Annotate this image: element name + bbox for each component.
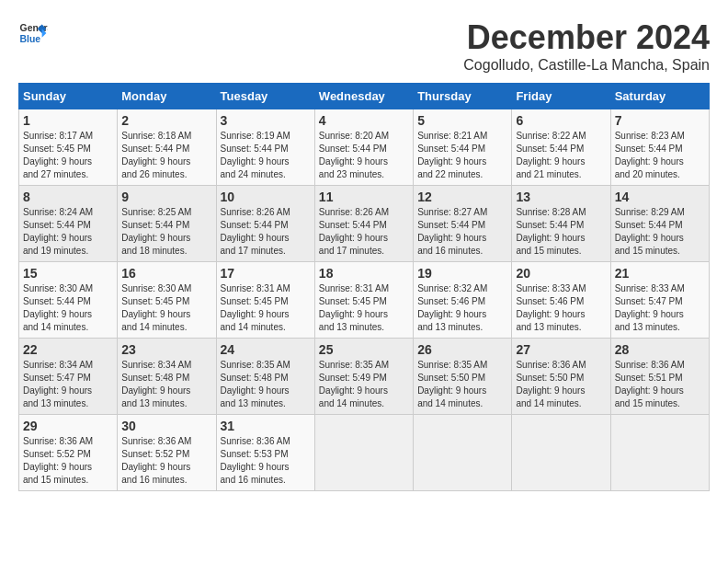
day-info: Sunrise: 8:27 AMSunset: 5:44 PMDaylight:… (417, 207, 487, 256)
day-info: Sunrise: 8:36 AMSunset: 5:52 PMDaylight:… (23, 436, 93, 485)
day-number: 13 (516, 190, 606, 204)
day-info: Sunrise: 8:17 AMSunset: 5:45 PMDaylight:… (23, 131, 93, 179)
weekday-header-tuesday: Tuesday (216, 84, 314, 109)
day-info: Sunrise: 8:33 AMSunset: 5:47 PMDaylight:… (615, 283, 685, 332)
weekday-header-monday: Monday (118, 84, 216, 109)
day-number: 21 (615, 266, 705, 281)
day-number: 22 (23, 342, 113, 357)
day-info: Sunrise: 8:28 AMSunset: 5:44 PMDaylight:… (516, 207, 586, 256)
calendar-cell: 24 Sunrise: 8:35 AMSunset: 5:48 PMDaylig… (216, 339, 314, 415)
calendar-week-5: 29 Sunrise: 8:36 AMSunset: 5:52 PMDaylig… (19, 415, 710, 491)
day-info: Sunrise: 8:21 AMSunset: 5:44 PMDaylight:… (417, 131, 487, 179)
day-info: Sunrise: 8:34 AMSunset: 5:48 PMDaylight:… (121, 360, 191, 408)
day-info: Sunrise: 8:18 AMSunset: 5:44 PMDaylight:… (121, 131, 191, 179)
day-info: Sunrise: 8:24 AMSunset: 5:44 PMDaylight:… (23, 207, 93, 256)
day-number: 29 (23, 419, 113, 433)
day-info: Sunrise: 8:26 AMSunset: 5:44 PMDaylight:… (319, 207, 389, 256)
calendar-cell: 6 Sunrise: 8:22 AMSunset: 5:44 PMDayligh… (512, 109, 610, 186)
calendar-cell: 18 Sunrise: 8:31 AMSunset: 5:45 PMDaylig… (314, 262, 413, 339)
calendar-cell: 4 Sunrise: 8:20 AMSunset: 5:44 PMDayligh… (314, 109, 413, 186)
calendar-cell: 16 Sunrise: 8:30 AMSunset: 5:45 PMDaylig… (118, 262, 216, 339)
month-title: December 2024 (463, 18, 710, 57)
calendar-cell: 14 Sunrise: 8:29 AMSunset: 5:44 PMDaylig… (610, 186, 709, 262)
calendar-cell: 19 Sunrise: 8:32 AMSunset: 5:46 PMDaylig… (414, 262, 512, 339)
day-number: 28 (615, 342, 705, 357)
day-info: Sunrise: 8:36 AMSunset: 5:51 PMDaylight:… (615, 360, 685, 408)
calendar-cell (314, 415, 413, 491)
calendar-cell: 28 Sunrise: 8:36 AMSunset: 5:51 PMDaylig… (610, 339, 709, 415)
calendar-cell: 21 Sunrise: 8:33 AMSunset: 5:47 PMDaylig… (610, 262, 709, 339)
day-number: 17 (221, 266, 311, 281)
day-number: 11 (319, 190, 409, 204)
weekday-header-row: SundayMondayTuesdayWednesdayThursdayFrid… (19, 84, 710, 109)
day-number: 7 (615, 113, 705, 128)
day-info: Sunrise: 8:25 AMSunset: 5:44 PMDaylight:… (121, 207, 191, 256)
logo-icon: General Blue (18, 18, 48, 48)
logo: General Blue (18, 18, 48, 48)
calendar-cell: 5 Sunrise: 8:21 AMSunset: 5:44 PMDayligh… (414, 109, 512, 186)
day-info: Sunrise: 8:35 AMSunset: 5:49 PMDaylight:… (319, 360, 389, 408)
calendar-cell: 27 Sunrise: 8:36 AMSunset: 5:50 PMDaylig… (512, 339, 610, 415)
day-number: 27 (516, 342, 606, 357)
calendar-cell: 8 Sunrise: 8:24 AMSunset: 5:44 PMDayligh… (19, 186, 118, 262)
day-info: Sunrise: 8:23 AMSunset: 5:44 PMDaylight:… (615, 131, 685, 179)
title-area: December 2024 Cogolludo, Castille-La Man… (463, 18, 710, 74)
day-number: 2 (121, 113, 211, 128)
calendar-cell: 3 Sunrise: 8:19 AMSunset: 5:44 PMDayligh… (216, 109, 314, 186)
calendar-cell: 7 Sunrise: 8:23 AMSunset: 5:44 PMDayligh… (610, 109, 709, 186)
calendar-week-3: 15 Sunrise: 8:30 AMSunset: 5:44 PMDaylig… (19, 262, 710, 339)
day-info: Sunrise: 8:31 AMSunset: 5:45 PMDaylight:… (319, 283, 389, 332)
calendar-cell: 20 Sunrise: 8:33 AMSunset: 5:46 PMDaylig… (512, 262, 610, 339)
day-number: 14 (615, 190, 705, 204)
day-number: 23 (121, 342, 211, 357)
day-number: 9 (121, 190, 211, 204)
calendar-cell: 11 Sunrise: 8:26 AMSunset: 5:44 PMDaylig… (314, 186, 413, 262)
calendar-cell: 30 Sunrise: 8:36 AMSunset: 5:52 PMDaylig… (118, 415, 216, 491)
svg-text:Blue: Blue (20, 34, 41, 44)
day-info: Sunrise: 8:36 AMSunset: 5:53 PMDaylight:… (221, 436, 290, 485)
calendar-cell: 12 Sunrise: 8:27 AMSunset: 5:44 PMDaylig… (414, 186, 512, 262)
calendar-cell (414, 415, 512, 491)
day-info: Sunrise: 8:33 AMSunset: 5:46 PMDaylight:… (516, 283, 586, 332)
weekday-header-saturday: Saturday (610, 84, 709, 109)
day-number: 16 (121, 266, 211, 281)
calendar-week-4: 22 Sunrise: 8:34 AMSunset: 5:47 PMDaylig… (19, 339, 710, 415)
location-title: Cogolludo, Castille-La Mancha, Spain (463, 57, 710, 74)
day-number: 18 (319, 266, 409, 281)
day-info: Sunrise: 8:36 AMSunset: 5:52 PMDaylight:… (121, 436, 191, 485)
day-number: 10 (221, 190, 311, 204)
calendar-cell: 29 Sunrise: 8:36 AMSunset: 5:52 PMDaylig… (19, 415, 118, 491)
day-info: Sunrise: 8:35 AMSunset: 5:50 PMDaylight:… (417, 360, 487, 408)
weekday-header-sunday: Sunday (19, 84, 118, 109)
calendar-week-2: 8 Sunrise: 8:24 AMSunset: 5:44 PMDayligh… (19, 186, 710, 262)
day-number: 24 (221, 342, 311, 357)
day-number: 25 (319, 342, 409, 357)
day-number: 1 (23, 113, 113, 128)
day-number: 31 (221, 419, 311, 433)
page-header: General Blue December 2024 Cogolludo, Ca… (18, 18, 710, 74)
calendar-cell: 26 Sunrise: 8:35 AMSunset: 5:50 PMDaylig… (414, 339, 512, 415)
calendar-cell (610, 415, 709, 491)
day-info: Sunrise: 8:36 AMSunset: 5:50 PMDaylight:… (516, 360, 586, 408)
day-number: 6 (516, 113, 606, 128)
day-number: 4 (319, 113, 409, 128)
day-info: Sunrise: 8:30 AMSunset: 5:45 PMDaylight:… (121, 283, 191, 332)
calendar-cell: 22 Sunrise: 8:34 AMSunset: 5:47 PMDaylig… (19, 339, 118, 415)
calendar-cell: 2 Sunrise: 8:18 AMSunset: 5:44 PMDayligh… (118, 109, 216, 186)
day-info: Sunrise: 8:31 AMSunset: 5:45 PMDaylight:… (221, 283, 290, 332)
day-info: Sunrise: 8:30 AMSunset: 5:44 PMDaylight:… (23, 283, 93, 332)
weekday-header-thursday: Thursday (414, 84, 512, 109)
calendar-cell: 10 Sunrise: 8:26 AMSunset: 5:44 PMDaylig… (216, 186, 314, 262)
calendar-cell: 25 Sunrise: 8:35 AMSunset: 5:49 PMDaylig… (314, 339, 413, 415)
calendar-cell: 17 Sunrise: 8:31 AMSunset: 5:45 PMDaylig… (216, 262, 314, 339)
day-number: 19 (417, 266, 507, 281)
day-info: Sunrise: 8:20 AMSunset: 5:44 PMDaylight:… (319, 131, 389, 179)
weekday-header-friday: Friday (512, 84, 610, 109)
day-number: 15 (23, 266, 113, 281)
day-info: Sunrise: 8:35 AMSunset: 5:48 PMDaylight:… (221, 360, 290, 408)
day-number: 26 (417, 342, 507, 357)
weekday-header-wednesday: Wednesday (314, 84, 413, 109)
calendar-cell: 13 Sunrise: 8:28 AMSunset: 5:44 PMDaylig… (512, 186, 610, 262)
day-info: Sunrise: 8:19 AMSunset: 5:44 PMDaylight:… (221, 131, 290, 179)
calendar-week-1: 1 Sunrise: 8:17 AMSunset: 5:45 PMDayligh… (19, 109, 710, 186)
